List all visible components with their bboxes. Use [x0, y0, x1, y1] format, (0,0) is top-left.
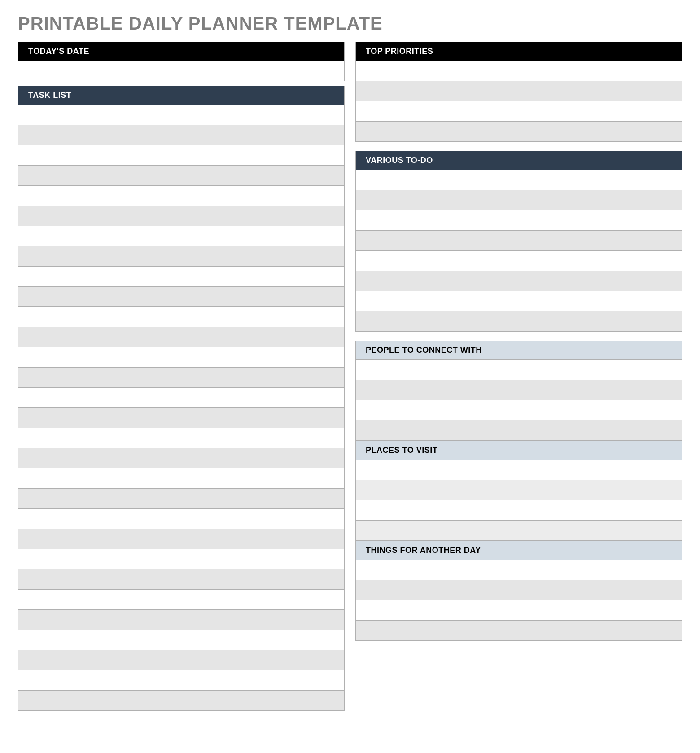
todo-input-2[interactable]	[356, 190, 682, 210]
task-input-3[interactable]	[18, 145, 344, 165]
task-row	[18, 509, 345, 529]
task-input-15[interactable]	[18, 388, 344, 407]
task-input-13[interactable]	[18, 347, 344, 367]
todo-input-6[interactable]	[356, 271, 682, 291]
task-input-20[interactable]	[18, 489, 344, 508]
things-row	[355, 621, 682, 641]
task-input-9[interactable]	[18, 267, 344, 286]
things-row	[355, 580, 682, 600]
task-row	[18, 428, 345, 448]
todo-row	[355, 251, 682, 271]
places-input-4[interactable]	[356, 521, 682, 540]
todo-row	[355, 190, 682, 210]
task-input-30[interactable]	[18, 691, 344, 710]
task-input-14[interactable]	[18, 368, 344, 387]
page-title: PRINTABLE DAILY PLANNER TEMPLATE	[18, 13, 682, 34]
task-input-27[interactable]	[18, 630, 344, 650]
people-section: PEOPLE TO CONNECT WITH	[355, 341, 682, 441]
places-input-3[interactable]	[356, 500, 682, 520]
task-input-2[interactable]	[18, 125, 344, 145]
todo-input-1[interactable]	[356, 170, 682, 190]
task-row	[18, 246, 345, 267]
task-input-7[interactable]	[18, 226, 344, 246]
task-row	[18, 691, 345, 711]
todo-row	[355, 231, 682, 251]
task-input-26[interactable]	[18, 610, 344, 630]
priority-row	[355, 122, 682, 142]
todo-row	[355, 271, 682, 291]
things-input-3[interactable]	[356, 600, 682, 620]
left-column: TODAY'S DATE TASK LIST	[18, 42, 345, 715]
places-input-2[interactable]	[356, 480, 682, 500]
task-row	[18, 569, 345, 590]
places-header: PLACES TO VISIT	[355, 441, 682, 460]
things-input-2[interactable]	[356, 580, 682, 600]
priorities-section: TOP PRIORITIES	[355, 42, 682, 142]
task-input-4[interactable]	[18, 166, 344, 185]
todo-header: VARIOUS TO-DO	[355, 151, 682, 170]
people-row	[355, 360, 682, 380]
task-row	[18, 630, 345, 650]
task-input-24[interactable]	[18, 569, 344, 589]
task-input-21[interactable]	[18, 509, 344, 529]
task-input-23[interactable]	[18, 549, 344, 569]
people-row	[355, 380, 682, 400]
task-input-16[interactable]	[18, 408, 344, 428]
task-row	[18, 549, 345, 569]
todo-row	[355, 311, 682, 332]
task-input-10[interactable]	[18, 287, 344, 306]
task-row	[18, 166, 345, 186]
todo-input-7[interactable]	[356, 291, 682, 311]
todo-input-4[interactable]	[356, 231, 682, 250]
task-input-28[interactable]	[18, 650, 344, 670]
people-header: PEOPLE TO CONNECT WITH	[355, 341, 682, 360]
task-row	[18, 408, 345, 428]
task-row	[18, 388, 345, 408]
task-input-6[interactable]	[18, 206, 344, 226]
task-row	[18, 590, 345, 610]
task-input-18[interactable]	[18, 448, 344, 468]
things-row	[355, 560, 682, 580]
people-input-1[interactable]	[356, 360, 682, 380]
task-input-29[interactable]	[18, 670, 344, 690]
todo-input-8[interactable]	[356, 311, 682, 331]
task-row	[18, 650, 345, 670]
priority-input-4[interactable]	[356, 122, 682, 141]
task-input-12[interactable]	[18, 327, 344, 347]
things-input-1[interactable]	[356, 560, 682, 580]
todo-input-3[interactable]	[356, 210, 682, 230]
task-row	[18, 529, 345, 549]
task-input-22[interactable]	[18, 529, 344, 549]
task-input-11[interactable]	[18, 307, 344, 327]
task-input-1[interactable]	[18, 105, 344, 125]
priority-input-3[interactable]	[356, 101, 682, 121]
things-section: THINGS FOR ANOTHER DAY	[355, 541, 682, 641]
task-row	[18, 186, 345, 206]
places-section: PLACES TO VISIT	[355, 441, 682, 541]
priority-input-1[interactable]	[356, 61, 682, 81]
places-input-1[interactable]	[356, 460, 682, 480]
people-input-4[interactable]	[356, 420, 682, 440]
todo-row	[355, 291, 682, 311]
things-row	[355, 600, 682, 621]
task-row	[18, 347, 345, 368]
task-row	[18, 105, 345, 125]
places-row	[355, 460, 682, 480]
task-input-8[interactable]	[18, 246, 344, 266]
date-row	[18, 61, 345, 81]
task-header: TASK LIST	[18, 86, 345, 105]
task-input-17[interactable]	[18, 428, 344, 448]
priority-input-2[interactable]	[356, 81, 682, 101]
todo-input-5[interactable]	[356, 251, 682, 271]
todo-row	[355, 170, 682, 190]
date-input[interactable]	[18, 61, 344, 81]
people-input-2[interactable]	[356, 380, 682, 400]
priority-row	[355, 61, 682, 81]
task-input-5[interactable]	[18, 186, 344, 206]
task-input-25[interactable]	[18, 590, 344, 609]
things-input-4[interactable]	[356, 621, 682, 640]
task-input-19[interactable]	[18, 468, 344, 488]
task-row	[18, 468, 345, 489]
task-row	[18, 226, 345, 246]
people-input-3[interactable]	[356, 400, 682, 420]
